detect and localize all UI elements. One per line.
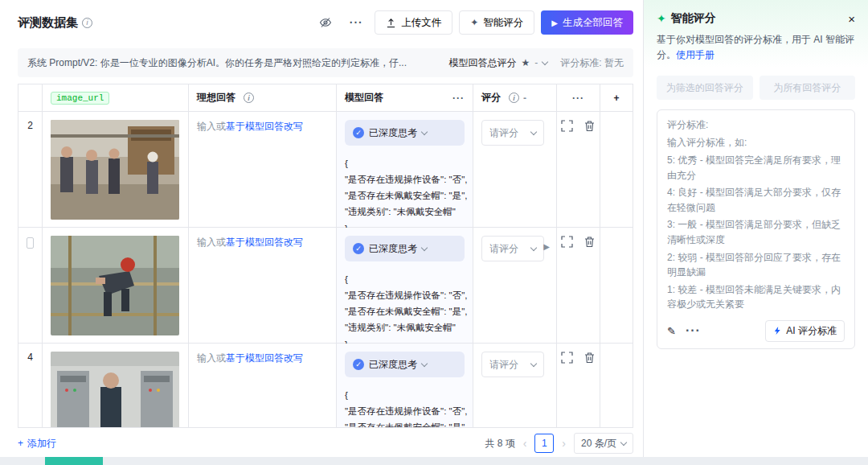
ideal-answer-cell[interactable]: 输入或基于模型回答改写 <box>189 228 337 343</box>
system-prompt-text: 系统 Prompt/V2: 你是一位专业的图像分析AI。你的任务是严格对照给定的… <box>27 56 407 70</box>
deep-thought-label: 已深度思考 <box>369 126 417 140</box>
smart-score-button[interactable]: ✦ 智能评分 <box>459 10 534 35</box>
table-footer: + 添加行 共 8 项 ‹ 1 › 20 条/页 <box>18 428 633 459</box>
add-row-button[interactable]: + 添加行 <box>18 437 56 451</box>
rewrite-from-model-link[interactable]: 基于模型回答改写 <box>226 237 303 248</box>
chevron-down-icon <box>421 360 428 366</box>
page-number[interactable]: 1 <box>534 434 554 453</box>
close-panel-button[interactable]: × <box>848 12 855 26</box>
criteria-line: 1: 较差 - 模型回答未能满足关键要求，内容极少或无关紧要 <box>667 282 845 312</box>
model-answer-cell[interactable]: ✓ 已深度思考 { "是否存在违规操作设备": "否", "是否存在未佩戴安全帽… <box>337 228 473 343</box>
pagination: 共 8 项 ‹ 1 › 20 条/页 <box>485 433 633 454</box>
check-circle-icon: ✓ <box>353 127 364 138</box>
score-cell: 请评分 ▶ <box>473 228 557 343</box>
delete-row-button[interactable] <box>583 120 596 134</box>
system-prompt-bar[interactable]: 系统 Prompt/V2: 你是一位专业的图像分析AI。你的任务是严格对照给定的… <box>18 48 633 77</box>
row-image-cell[interactable] <box>43 228 189 343</box>
table-row: 输入或基于模型回答改写 ✓ 已深度思考 { "是否存在违规操作设备": "否",… <box>18 228 633 344</box>
info-icon: i <box>82 18 92 28</box>
edit-icon[interactable]: ✎ <box>667 325 676 337</box>
page-size-select[interactable]: 20 条/页 <box>574 433 633 454</box>
score-column-header[interactable]: 评分 i - <box>473 84 557 111</box>
trash-icon <box>583 236 596 248</box>
total-score-value: - <box>534 57 538 68</box>
table-row: 4 <box>18 344 633 428</box>
total-score-area: 模型回答总评分 ★ - 评分标准: 暂无 <box>449 56 624 70</box>
panel-title: 智能评分 <box>671 11 716 26</box>
json-line: "违规类别": "未佩戴安全帽" <box>345 204 465 220</box>
progress-segment <box>45 457 103 465</box>
deep-thought-label: 已深度思考 <box>369 358 417 372</box>
page-title: 评测数据集 <box>18 15 78 31</box>
ops-column-header[interactable]: ··· <box>557 84 600 111</box>
ideal-answer-cell[interactable]: 输入或基于模型回答改写 <box>189 112 337 227</box>
score-select[interactable]: 请评分 <box>481 352 544 377</box>
column-more-icon[interactable]: ··· <box>452 93 465 104</box>
row-index-cell[interactable]: 4 <box>18 344 43 428</box>
main-header: 评测数据集 i ··· 上传文件 ✦ <box>18 0 633 45</box>
score-select[interactable]: 请评分 <box>481 120 544 146</box>
rewrite-from-model-link[interactable]: 基于模型回答改写 <box>226 121 303 132</box>
row-image-cell[interactable] <box>43 112 189 227</box>
generate-label: 生成全部回答 <box>563 16 623 30</box>
panel-description: 基于你对模型回答的评分标准，用于 AI 智能评分。使用手册 <box>657 32 855 63</box>
chevron-down-icon[interactable] <box>542 58 548 64</box>
expand-row-button[interactable] <box>561 352 573 366</box>
generate-all-button[interactable]: ▶ 生成全部回答 <box>541 10 633 35</box>
add-row-label: 添加行 <box>27 437 56 451</box>
row-checkbox[interactable] <box>27 237 34 249</box>
upload-label: 上传文件 <box>401 16 441 30</box>
prev-page-button[interactable]: ‹ <box>523 437 527 450</box>
check-circle-icon: ✓ <box>353 359 364 370</box>
table-header-row: image_url 理想回答 i 模型回答 ··· 评分 i - ··· + <box>18 84 633 112</box>
score-cell: 请评分 <box>473 344 557 428</box>
row-image-cell[interactable] <box>43 344 189 428</box>
row-image[interactable] <box>51 352 179 428</box>
next-page-button[interactable]: › <box>562 437 566 450</box>
add-column-header[interactable]: + <box>600 84 633 111</box>
expand-row-button[interactable] <box>561 120 573 134</box>
criteria-editor[interactable]: 评分标准: 输入评分标准，如: 5: 优秀 - 模型回答完全满足所有要求，理由充… <box>657 109 855 349</box>
rewrite-from-model-link[interactable]: 基于模型回答改写 <box>226 352 303 364</box>
image-url-column-header[interactable]: image_url <box>43 84 189 111</box>
score-filtered-button[interactable]: 为筛选的回答评分 <box>657 76 753 100</box>
delete-row-button[interactable] <box>583 352 596 366</box>
upload-file-button[interactable]: 上传文件 <box>375 10 452 35</box>
ideal-placeholder: 输入或 <box>197 352 226 364</box>
score-placeholder: 请评分 <box>489 358 518 372</box>
model-answer-cell[interactable]: ✓ 已深度思考 { "是否存在违规操作设备": "否", "是否存在未佩戴安全帽… <box>337 344 473 428</box>
expand-icon <box>561 236 573 248</box>
hide-columns-button[interactable] <box>313 10 338 35</box>
more-icon[interactable]: ··· <box>686 323 701 338</box>
ideal-answer-cell[interactable]: 输入或基于模型回答改写 <box>189 344 337 428</box>
table-row: 2 <box>18 112 633 228</box>
more-button[interactable]: ··· <box>344 10 368 35</box>
ideal-answer-column-header[interactable]: 理想回答 i <box>189 84 337 111</box>
row-index: 4 <box>27 352 33 428</box>
expand-row-button[interactable] <box>561 236 573 250</box>
row-select-cell <box>18 228 43 343</box>
score-all-button[interactable]: 为所有回答评分 <box>760 76 856 100</box>
panel-actions: 为筛选的回答评分 为所有回答评分 <box>644 68 868 103</box>
video-progress-bar <box>0 457 868 465</box>
delete-row-button[interactable] <box>583 236 596 250</box>
deep-thought-badge[interactable]: ✓ 已深度思考 <box>345 120 465 146</box>
row-ops-cell <box>557 112 600 227</box>
deep-thought-badge[interactable]: ✓ 已深度思考 <box>345 236 465 261</box>
row-image[interactable] <box>51 236 179 335</box>
row-image[interactable] <box>51 120 179 220</box>
json-line: "是否存在未佩戴安全帽": "是", <box>345 187 465 204</box>
run-score-button[interactable]: ▶ <box>543 242 550 251</box>
deep-thought-badge[interactable]: ✓ 已深度思考 <box>345 352 465 377</box>
chevron-down-icon <box>620 438 627 445</box>
model-answer-column-header[interactable]: 模型回答 ··· <box>337 84 473 111</box>
manual-link[interactable]: 使用手册 <box>676 49 714 60</box>
json-line: "是否存在违规操作设备": "否", <box>345 171 465 187</box>
model-answer-cell[interactable]: ✓ 已深度思考 { "是否存在违规操作设备": "否", "是否存在未佩戴安全帽… <box>337 112 473 227</box>
model-answer-json: { "是否存在违规操作设备": "否", "是否存在未佩戴安全帽": "是", … <box>345 271 465 352</box>
trash-icon <box>583 352 596 364</box>
score-select[interactable]: 请评分 <box>481 236 544 261</box>
page-size-value: 20 条/页 <box>581 437 616 451</box>
ai-criteria-button[interactable]: AI 评分标准 <box>765 320 845 342</box>
row-index-cell[interactable]: 2 <box>18 112 43 227</box>
